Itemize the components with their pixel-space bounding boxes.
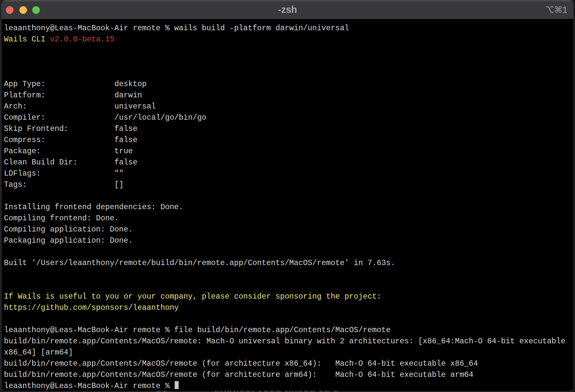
svg-text:1: 1 xyxy=(562,5,567,14)
